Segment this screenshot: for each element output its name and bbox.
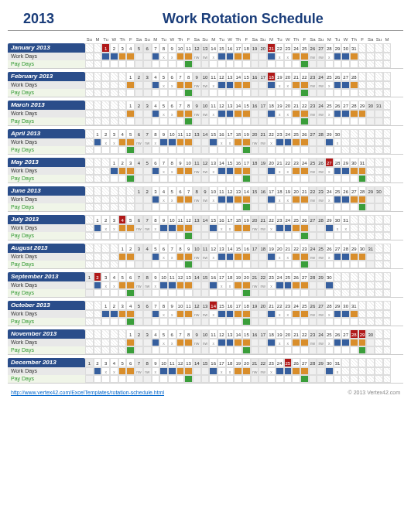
date-cell: 29 — [366, 186, 375, 196]
work-cell — [334, 310, 342, 318]
date-cell: 29 — [358, 329, 367, 339]
pay-cell — [366, 203, 375, 211]
pay-cell — [152, 203, 160, 211]
date-cell: 27 — [317, 43, 325, 53]
date-cell: 28 — [325, 301, 334, 310]
work-cell: nw — [193, 196, 201, 203]
date-cell: 18 — [267, 72, 276, 81]
pay-cell — [309, 60, 317, 68]
pay-cell — [152, 175, 160, 182]
work-cell — [126, 367, 135, 375]
work-cell — [118, 253, 127, 261]
pay-cell — [350, 289, 358, 297]
date-cell: 27 — [325, 158, 334, 167]
date-cell — [350, 129, 358, 138]
pay-cell — [325, 118, 334, 125]
date-cell: 26 — [341, 186, 350, 196]
pay-cell — [234, 261, 242, 268]
pay-cell — [118, 175, 127, 182]
work-cell — [300, 367, 309, 375]
date-cell: 30 — [341, 301, 350, 310]
date-cell: 9 — [193, 101, 201, 110]
work-cell — [152, 81, 160, 89]
source-link[interactable]: http://www.vertex42.com/ExcelTemplates/r… — [11, 390, 164, 395]
work-cell — [251, 310, 259, 318]
pay-cell — [375, 175, 383, 182]
work-cell — [325, 224, 334, 232]
date-cell — [366, 129, 375, 138]
work-cell — [184, 339, 193, 346]
date-cell: 20 — [242, 358, 251, 367]
work-cell — [168, 367, 176, 375]
date-cell — [366, 215, 375, 224]
month-name: June 2013 — [8, 186, 85, 196]
pay-cell — [101, 375, 110, 383]
date-cell: 13 — [184, 358, 193, 367]
pay-days-label: Pay Days — [8, 318, 85, 326]
work-cell: nw — [251, 281, 259, 289]
date-cell: 13 — [234, 186, 242, 196]
date-cell: 1 — [110, 158, 118, 167]
date-cell: 25 — [300, 43, 309, 53]
work-cell — [350, 196, 358, 203]
work-cell — [176, 196, 185, 203]
pay-cell — [193, 318, 201, 326]
date-cell: 9 — [168, 43, 176, 53]
date-cell: 21 — [276, 158, 284, 167]
pay-cell — [168, 118, 176, 125]
pay-cell — [366, 232, 375, 240]
work-cell: x — [284, 253, 293, 261]
work-cell: x — [152, 138, 160, 146]
pay-cell — [276, 118, 284, 125]
work-cell — [176, 310, 185, 318]
pay-cell — [209, 60, 217, 68]
work-cell: nw — [193, 81, 201, 89]
work-cell — [152, 110, 160, 118]
work-cell: nw — [317, 253, 325, 261]
date-cell: 3 — [110, 129, 118, 138]
date-cell: 20 — [242, 272, 251, 281]
pay-cell — [350, 60, 358, 68]
work-cell — [358, 110, 367, 118]
work-cell: x — [284, 53, 293, 60]
pay-cell — [267, 118, 276, 125]
date-cell: 9 — [159, 129, 168, 138]
work-cell: nw — [143, 138, 152, 146]
work-cell: nw — [143, 224, 152, 232]
date-cell — [101, 186, 110, 196]
work-cell — [217, 53, 226, 60]
date-cell: 30 — [334, 129, 342, 138]
work-cell — [110, 339, 118, 346]
pay-cell — [135, 118, 143, 125]
date-cell: 1 — [94, 129, 102, 138]
work-cell — [126, 110, 135, 118]
footer: http://www.vertex42.com/ExcelTemplates/r… — [8, 388, 403, 397]
date-cell: 12 — [209, 244, 217, 253]
pay-cell — [292, 232, 300, 240]
date-cell: 20 — [284, 329, 293, 339]
work-cell — [276, 281, 284, 289]
date-cell: 18 — [234, 215, 242, 224]
date-cell: 31 — [350, 301, 358, 310]
dow-cell: Su — [201, 37, 210, 42]
date-cell: 11 — [176, 215, 185, 224]
work-cell: nw — [193, 253, 201, 261]
work-cell — [366, 81, 375, 89]
pay-cell — [358, 232, 367, 240]
date-cell: 1 — [101, 301, 110, 310]
dow-cell: Su — [143, 37, 152, 42]
pay-cell — [209, 203, 217, 211]
pay-cell — [292, 346, 300, 354]
work-cell — [126, 281, 135, 289]
pay-cell — [159, 89, 168, 97]
pay-cell — [217, 146, 226, 154]
work-cell — [152, 253, 160, 261]
pay-cell — [284, 118, 293, 125]
date-cell: 14 — [193, 358, 201, 367]
work-cell — [341, 253, 350, 261]
work-cell: x — [341, 224, 350, 232]
date-cell: 28 — [317, 129, 325, 138]
work-cell — [234, 310, 242, 318]
date-cell: 2 — [135, 72, 143, 81]
date-cell: 24 — [292, 301, 300, 310]
